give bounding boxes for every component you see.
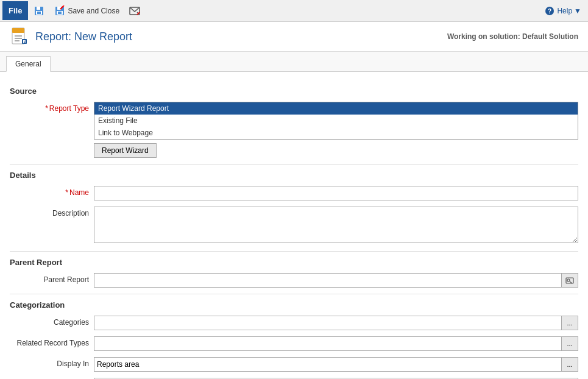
- send-button[interactable]: [125, 3, 144, 19]
- display-in-browse-button[interactable]: ...: [561, 357, 578, 372]
- categories-label: Categories: [10, 316, 89, 327]
- svg-text:?: ?: [548, 8, 551, 15]
- required-star: *: [45, 104, 48, 113]
- report-type-field: Report Wizard Report Existing File Link …: [94, 102, 578, 158]
- source-section-header: Source: [10, 87, 578, 96]
- send-icon: [129, 5, 140, 16]
- help-icon: ?: [544, 5, 555, 16]
- solution-text: Working on solution: Default Solution: [447, 32, 578, 41]
- svg-rect-16: [15, 35, 22, 37]
- svg-rect-17: [15, 38, 22, 39]
- page-title: Report: New Report: [35, 30, 132, 43]
- description-field: [94, 207, 578, 245]
- save-and-close-icon: [54, 5, 65, 16]
- description-row: Description: [10, 207, 578, 245]
- report-type-option-wizard[interactable]: Report Wizard Report: [94, 102, 578, 115]
- svg-rect-15: [12, 28, 24, 33]
- related-record-types-browse-button[interactable]: ...: [561, 336, 578, 351]
- report-type-row: *Report Type Report Wizard Report Existi…: [10, 102, 578, 158]
- svg-text:R: R: [23, 40, 26, 44]
- description-input[interactable]: [94, 207, 578, 243]
- report-type-option-existing[interactable]: Existing File: [94, 115, 578, 127]
- description-label: Description: [10, 207, 89, 218]
- page-title-area: R Report: New Report: [10, 27, 132, 46]
- report-type-option-webpage[interactable]: Link to Webpage: [94, 127, 578, 139]
- parent-report-input-group: [94, 273, 578, 288]
- related-record-types-label: Related Record Types: [10, 336, 89, 347]
- categories-input-group: ...: [94, 316, 578, 330]
- related-record-types-input-group: ...: [94, 336, 578, 351]
- categorization-section-header: Categorization: [10, 300, 578, 310]
- related-record-types-field: ...: [94, 336, 578, 351]
- help-dropdown-arrow: ▼: [574, 7, 581, 15]
- related-record-types-input[interactable]: [94, 336, 561, 351]
- categories-input[interactable]: [94, 316, 561, 330]
- report-wizard-button[interactable]: Report Wizard: [94, 143, 157, 158]
- tab-general[interactable]: General: [6, 56, 51, 72]
- file-button[interactable]: File: [2, 1, 28, 20]
- parent-report-field: [94, 273, 578, 288]
- display-in-input[interactable]: [94, 357, 561, 372]
- svg-rect-18: [15, 40, 19, 41]
- name-label: *Name: [10, 186, 89, 197]
- name-field: [94, 186, 578, 200]
- toolbar: File Save and Close: [0, 0, 588, 22]
- parent-report-input[interactable]: [94, 273, 561, 288]
- save-and-close-label: Save and Close: [68, 7, 119, 15]
- name-required-star: *: [65, 188, 68, 197]
- help-button[interactable]: ? Help ▼: [540, 3, 586, 19]
- categories-browse-button[interactable]: ...: [561, 316, 578, 330]
- page-header: R Report: New Report Working on solution…: [0, 22, 588, 52]
- name-row: *Name: [10, 186, 578, 200]
- details-section-header: Details: [10, 171, 578, 180]
- parent-report-row: Parent Report: [10, 273, 578, 288]
- details-divider: [10, 251, 578, 252]
- parent-report-browse-button[interactable]: [561, 273, 578, 288]
- display-in-field: ...: [94, 357, 578, 372]
- parent-report-section-header: Parent Report: [10, 258, 578, 267]
- svg-rect-1: [37, 7, 40, 10]
- save-button[interactable]: [29, 3, 49, 19]
- categories-row: Categories ...: [10, 316, 578, 330]
- report-type-list[interactable]: Report Wizard Report Existing File Link …: [94, 102, 578, 140]
- save-and-close-button[interactable]: Save and Close: [50, 3, 124, 19]
- save-icon: [34, 5, 44, 16]
- source-divider: [10, 164, 578, 165]
- svg-point-22: [567, 279, 570, 282]
- related-record-types-row: Related Record Types ...: [10, 336, 578, 351]
- name-input[interactable]: [94, 186, 578, 200]
- categories-field: ...: [94, 316, 578, 330]
- display-in-input-group: ...: [94, 357, 578, 372]
- display-in-label: Display In: [10, 357, 89, 368]
- help-label: Help: [557, 7, 572, 15]
- display-in-row: Display In ...: [10, 357, 578, 372]
- svg-rect-7: [58, 12, 62, 14]
- parent-report-divider: [10, 294, 578, 294]
- tabs-bar: General: [0, 52, 588, 72]
- report-type-label: *Report Type: [10, 102, 89, 113]
- report-icon: R: [10, 27, 29, 46]
- main-content: Source *Report Type Report Wizard Report…: [0, 72, 588, 379]
- svg-rect-3: [37, 12, 41, 14]
- parent-report-label: Parent Report: [10, 273, 89, 284]
